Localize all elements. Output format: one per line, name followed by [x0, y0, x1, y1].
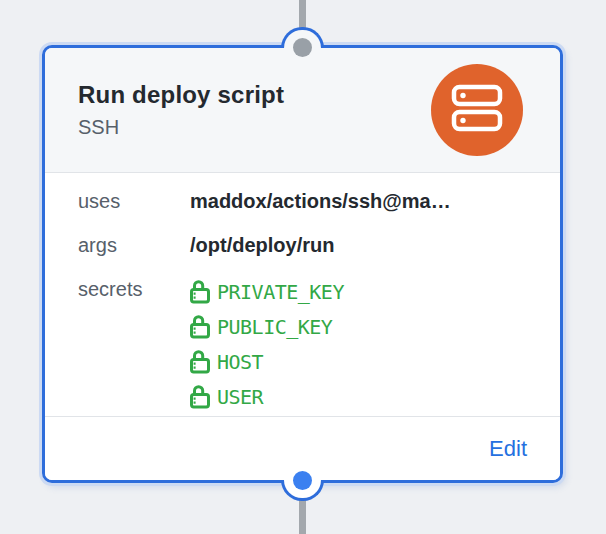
field-row-args: args /opt/deploy/run	[78, 230, 540, 260]
secret-item: PUBLIC_KEY	[190, 309, 344, 344]
field-value-args: /opt/deploy/run	[190, 230, 334, 260]
secrets-list: PRIVATE_KEY PUBLIC_KEY	[190, 274, 344, 414]
node-header: Run deploy script SSH	[45, 48, 560, 173]
secret-item: USER	[190, 379, 344, 414]
field-label-args: args	[78, 230, 190, 260]
workflow-canvas: Run deploy script SSH uses maddox/action…	[0, 0, 606, 534]
field-value-uses: maddox/actions/ssh@ma…	[190, 186, 451, 216]
field-label-secrets: secrets	[78, 274, 190, 414]
node-fields: uses maddox/actions/ssh@ma… args /opt/de…	[45, 173, 560, 416]
action-avatar	[431, 64, 523, 156]
secret-name: HOST	[217, 350, 263, 374]
field-row-secrets: secrets PRIVATE_KEY	[78, 274, 540, 414]
lock-icon	[190, 314, 210, 339]
edit-button[interactable]: Edit	[489, 436, 527, 462]
output-connector-dot[interactable]	[293, 471, 312, 490]
lock-icon	[190, 279, 210, 304]
node-subtitle: SSH	[78, 116, 284, 139]
secret-item: PRIVATE_KEY	[190, 274, 344, 309]
secret-name: PRIVATE_KEY	[217, 280, 344, 304]
field-label-uses: uses	[78, 186, 190, 216]
secret-name: PUBLIC_KEY	[217, 315, 332, 339]
secret-name: USER	[217, 385, 263, 409]
lock-icon	[190, 384, 210, 409]
server-stack-icon	[451, 84, 503, 136]
action-node-card[interactable]: Run deploy script SSH uses maddox/action…	[42, 45, 563, 483]
connector-line-top	[299, 0, 306, 30]
lock-icon	[190, 349, 210, 374]
field-row-uses: uses maddox/actions/ssh@ma…	[78, 186, 540, 216]
node-header-text: Run deploy script SSH	[78, 81, 284, 139]
connector-line-bottom	[299, 500, 306, 534]
node-title: Run deploy script	[78, 81, 284, 109]
secret-item: HOST	[190, 344, 344, 379]
input-connector-dot[interactable]	[293, 38, 312, 57]
